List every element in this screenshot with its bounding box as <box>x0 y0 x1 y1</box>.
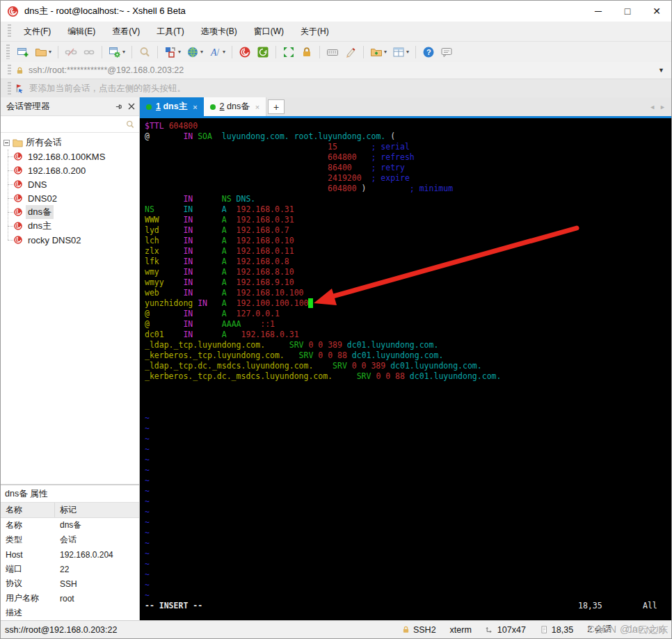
property-row: 描述 <box>1 606 139 620</box>
pin-icon[interactable] <box>115 103 122 111</box>
font-caret[interactable]: ▾ <box>223 49 225 55</box>
maximize-button[interactable]: □ <box>613 1 642 22</box>
tab-close-icon[interactable]: × <box>193 103 197 111</box>
info-bar: 要添加当前会话，点击左侧的箭头按钮。 <box>1 79 671 97</box>
session-manager-header: 会话管理器 <box>1 97 139 116</box>
session-tree-root[interactable]: 所有会话 <box>1 136 139 149</box>
feedback-button[interactable] <box>438 45 455 60</box>
toolbar-separator <box>415 46 416 58</box>
terminal-line: 2419200 ; expire <box>145 173 671 184</box>
address-url[interactable]: ssh://root:************@192.168.0.203:22 <box>29 65 184 75</box>
menu-item[interactable]: 关于(H) <box>292 23 337 40</box>
session-item[interactable]: DNS <box>1 177 139 191</box>
minimize-button[interactable]: ─ <box>584 1 613 22</box>
info-grip <box>8 82 11 95</box>
panel-close-icon[interactable] <box>128 103 135 110</box>
help-button[interactable]: ? <box>420 45 437 60</box>
new-tab-button[interactable]: + <box>268 99 285 114</box>
terminal-line: @ IN AAAA ::1 <box>145 319 671 330</box>
property-label: 描述 <box>1 607 55 619</box>
vim-ruler: 18,35 <box>578 601 602 611</box>
address-bar[interactable]: ssh://root:************@192.168.0.203:22… <box>1 62 671 79</box>
terminal-line: ~ <box>145 423 671 434</box>
toolbar-separator <box>58 46 58 58</box>
terminal-tab[interactable]: 2 dns备× <box>204 97 267 116</box>
session-icon <box>13 207 23 217</box>
terminal-line: NS IN A 192.168.0.31 <box>145 204 671 215</box>
menu-item[interactable]: 编辑(E) <box>59 23 104 40</box>
find-button[interactable] <box>136 45 153 60</box>
session-item[interactable]: dns主 <box>1 219 139 233</box>
open-session-button[interactable]: ▾ <box>33 45 54 60</box>
tree-collapse-icon[interactable] <box>3 140 10 146</box>
toolbar-separator <box>102 46 102 58</box>
terminal-line <box>145 382 671 392</box>
terminal[interactable]: $TTL 604800@ IN SOA luyundong.com. root.… <box>140 118 671 620</box>
layout-caret[interactable]: ▾ <box>178 49 181 55</box>
session-properties-button[interactable]: ▾ <box>106 45 127 60</box>
address-dropdown-icon[interactable]: ▼ <box>658 67 664 74</box>
status-bar: ssh://root@192.168.0.203:22 SSH2 xterm 1… <box>1 620 671 638</box>
property-value: 22 <box>55 565 69 574</box>
menu-item[interactable]: 选项卡(B) <box>193 23 246 40</box>
session-search-input[interactable] <box>5 120 125 129</box>
status-terminal-type: xterm <box>450 625 472 635</box>
terminal-tab[interactable]: 1 dns主× <box>140 97 204 116</box>
menu-item[interactable]: 窗口(W) <box>246 23 292 40</box>
session-tree-root-label[interactable]: 所有会话 <box>26 136 62 149</box>
tab-number: 2 <box>220 102 225 111</box>
address-lock-icon <box>15 66 24 75</box>
properties-panel: dns备 属性 名称 标记 名称dns备类型会话Host192.168.0.20… <box>1 484 139 620</box>
property-row: Host192.168.0.204 <box>1 547 139 562</box>
session-properties-caret[interactable]: ▾ <box>122 49 125 55</box>
terminal-line: ~ <box>145 507 671 517</box>
toolbar-separator <box>232 46 232 58</box>
lock-screen-button[interactable] <box>298 45 315 60</box>
session-item[interactable]: 192.168.0.200 <box>1 163 139 177</box>
tile-windows-button[interactable]: ▾ <box>390 45 411 60</box>
tile-windows-caret[interactable]: ▾ <box>406 49 409 55</box>
web-button[interactable]: ▾ <box>184 45 205 60</box>
terminal-line: ~ <box>145 538 671 549</box>
terminal-line: @ IN SOA luyundong.com. root.luyundong.c… <box>145 131 671 142</box>
tab-close-icon[interactable]: × <box>255 103 259 111</box>
layout-button[interactable]: ▾ <box>162 45 183 60</box>
terminal-line: lfk IN A 192.168.0.8 <box>145 257 671 267</box>
search-icon[interactable] <box>125 120 135 129</box>
new-session-button[interactable] <box>15 45 31 60</box>
fullscreen-button[interactable] <box>280 45 297 60</box>
session-search-row <box>1 116 139 133</box>
highlight-button[interactable] <box>342 45 359 60</box>
session-item[interactable]: dns备 <box>1 205 139 219</box>
terminal-line: dc01 IN A 192.168.0.31 <box>145 330 671 340</box>
session-icon <box>13 221 23 231</box>
session-icon <box>13 193 23 203</box>
properties-rows: 名称dns备类型会话Host192.168.0.204端口22协议SSH用户名称… <box>1 518 139 620</box>
menu-item[interactable]: 文件(F) <box>15 23 59 40</box>
session-icon <box>13 152 23 161</box>
close-button[interactable]: ✕ <box>642 1 671 22</box>
property-row: 协议SSH <box>1 576 139 591</box>
menu-item[interactable]: 工具(T) <box>148 23 192 40</box>
tab-scroll-right-icon[interactable]: ► <box>659 104 666 111</box>
session-item[interactable]: rocky DNS02 <box>1 233 139 247</box>
xshell-tool-icon[interactable] <box>237 45 253 60</box>
virtual-keyboard-button[interactable] <box>324 45 341 60</box>
new-folder-caret[interactable]: ▾ <box>384 49 387 55</box>
terminal-line: wmy IN A 192.168.8.10 <box>145 267 671 277</box>
web-caret[interactable]: ▾ <box>200 49 203 55</box>
open-session-caret[interactable]: ▾ <box>49 49 51 55</box>
info-bar-text: 要添加当前会话，点击左侧的箭头按钮。 <box>29 83 186 95</box>
menu-item[interactable]: 查看(V) <box>104 23 148 40</box>
xftp-tool-icon[interactable] <box>255 45 271 60</box>
title-bar: dns主 - root@localhost:~ - Xshell 6 Beta … <box>1 1 671 22</box>
terminal-line: ~ <box>145 559 671 569</box>
tab-scroll-left-icon[interactable]: ◄ <box>649 104 655 111</box>
font-button[interactable]: A▾ <box>207 45 227 60</box>
new-folder-button[interactable]: ▾ <box>368 45 389 60</box>
session-item-label: 192.168.0.200 <box>26 165 88 177</box>
menu-grip <box>8 24 11 38</box>
session-item[interactable]: DNS02 <box>1 191 139 205</box>
session-item[interactable]: 192.168.0.100KMS <box>1 149 139 163</box>
terminal-line: lyd IN A 192.168.0.7 <box>145 225 671 236</box>
